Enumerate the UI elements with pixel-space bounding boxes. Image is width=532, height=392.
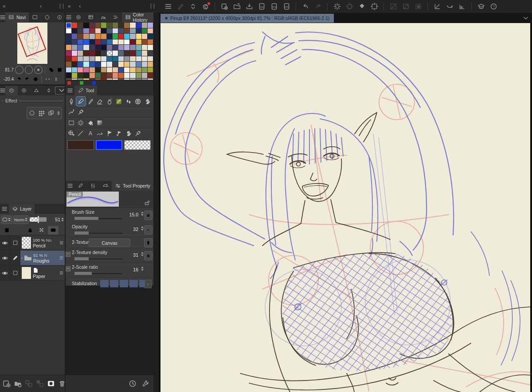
color-history-swatch[interactable] [142,51,147,56]
color-history-swatch[interactable] [66,62,71,67]
color-history-swatch[interactable] [107,28,112,34]
color-history-swatch[interactable] [90,67,95,73]
lock-transparent-button[interactable] [36,226,47,235]
layer-row-menu-icon[interactable] [59,241,64,245]
eraser-tool-button[interactable] [95,97,105,106]
tab-shape[interactable] [30,86,43,95]
clip-to-layer-button[interactable] [2,226,12,235]
property-value[interactable]: 15.0 [125,212,138,217]
color-history-swatch[interactable] [136,51,141,56]
color-history-swatch[interactable] [83,23,89,28]
texture-select-button[interactable]: Canvas [89,239,130,247]
color-history-swatch[interactable] [118,28,124,34]
operation-tool-button[interactable] [175,1,186,12]
stabilization-expand-button[interactable]: › [145,280,152,288]
color-history-swatch[interactable] [124,62,129,67]
color-history-swatch[interactable] [130,34,135,39]
marker-tool-button[interactable] [86,97,95,106]
snap-special-ruler-button[interactable] [444,1,455,12]
color-history-swatch[interactable] [90,28,95,34]
color-history-swatch[interactable] [78,45,83,50]
color-history-swatch[interactable] [130,67,135,73]
color-history-swatch[interactable] [95,34,101,39]
collapse-sub-setting[interactable]: − [66,267,70,271]
color-history-swatch[interactable] [118,62,124,67]
color-history-swatch[interactable] [136,78,141,80]
color-history-swatch[interactable] [90,78,95,80]
color-history-swatch[interactable] [95,78,101,80]
fit-screen-button[interactable] [47,67,55,74]
color-history-swatch[interactable] [83,67,89,73]
tab-record[interactable] [18,86,30,95]
tab-tool-property[interactable]: Tool Property [112,181,153,191]
color-history-swatch[interactable] [142,78,147,80]
color-history-swatch[interactable] [95,73,101,78]
color-history-swatch[interactable] [101,56,106,62]
color-history-swatch[interactable] [130,56,135,62]
color-history-swatch[interactable] [101,28,106,34]
color-history-swatch[interactable] [83,51,89,56]
color-history-swatch[interactable] [130,51,135,56]
navigator-preview[interactable] [0,22,65,64]
pencil-tool-button[interactable] [76,97,86,106]
color-history-swatch[interactable] [118,67,124,73]
tool-property-menu-icon[interactable] [66,181,74,191]
tab-layer[interactable]: Layer [9,204,35,214]
property-stepper[interactable] [141,267,144,271]
collapse-mid-arrow-button[interactable]: ‹ [79,3,81,10]
property-action-button[interactable] [144,225,153,235]
color-history-swatch[interactable] [113,23,118,28]
color-history-swatch[interactable] [90,45,95,50]
color-history-swatch[interactable] [78,23,83,28]
layer-row-main[interactable]: Paper [20,266,65,280]
color-history-swatch[interactable] [90,51,95,56]
effect-tone-button[interactable] [38,110,44,116]
enable-mask-button[interactable] [48,226,59,235]
color-history-swatch[interactable] [113,51,118,56]
effect-layer-button[interactable] [48,110,54,116]
color-history-swatch[interactable] [95,39,101,45]
property-value[interactable]: 16 [125,267,138,272]
tab-material[interactable] [99,181,112,191]
brush-preview[interactable]: Pencil [66,191,153,208]
color-history-swatch[interactable] [66,56,71,62]
panel-canvas-divider[interactable] [153,12,159,392]
color-history-swatch[interactable] [83,62,89,67]
zoom-100-button[interactable] [34,66,43,74]
color-history-swatch[interactable] [78,56,83,62]
snap-grid-button[interactable] [456,1,468,12]
color-history-swatch[interactable] [90,34,95,39]
color-history-swatch[interactable] [124,67,129,73]
stabilization-level[interactable] [100,280,148,287]
unlock-icon[interactable] [144,200,150,206]
layer-opacity-value[interactable]: 51 [55,217,60,222]
property-slider[interactable] [74,217,122,220]
layer-visibility-eye-icon[interactable] [0,251,10,265]
open-file-button[interactable] [231,1,243,12]
effect-circle-button[interactable] [29,110,35,116]
color-history-swatch[interactable] [113,73,118,78]
color-history-swatch[interactable] [113,67,118,73]
tab-sub-tool[interactable] [74,181,87,191]
color-history-swatch[interactable] [101,45,106,50]
color-history-swatch[interactable] [136,56,141,62]
tab-information[interactable] [54,12,65,22]
color-history-swatch[interactable] [72,34,77,39]
color-history-swatch[interactable] [124,39,129,45]
collapse-sub-setting[interactable]: − [66,252,70,257]
color-history-swatch[interactable] [95,23,101,28]
effect-stepper[interactable] [57,111,60,115]
editing-layer-pen-icon[interactable] [10,251,20,265]
color-history-swatch[interactable] [90,23,95,28]
property-stepper[interactable] [141,212,144,216]
color-history-swatch[interactable] [148,73,153,78]
select-pen-button[interactable] [387,1,399,12]
color-history-swatch[interactable] [107,56,112,62]
color-history-swatch[interactable] [130,73,135,78]
property-stepper[interactable] [141,252,144,256]
color-history-swatch[interactable] [83,73,89,78]
color-history-swatch[interactable] [118,34,124,39]
layer-row-paper[interactable]: Paper [0,266,65,281]
zoom-out-button[interactable] [15,66,23,74]
color-history-swatch[interactable] [118,73,124,78]
